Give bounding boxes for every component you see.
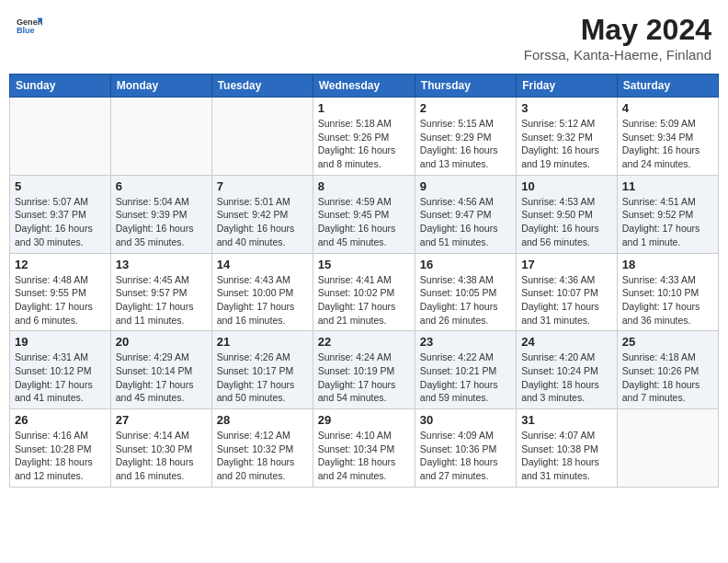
calendar-table: SundayMondayTuesdayWednesdayThursdayFrid… bbox=[9, 74, 719, 488]
day-number: 6 bbox=[116, 179, 207, 193]
day-number: 16 bbox=[420, 258, 511, 271]
day-number: 19 bbox=[15, 335, 106, 349]
day-number: 25 bbox=[622, 335, 713, 349]
day-number: 3 bbox=[521, 101, 612, 115]
day-info: Sunrise: 4:33 AMSunset: 10:10 PMDaylight… bbox=[622, 273, 713, 327]
day-info: Sunrise: 5:07 AMSunset: 9:37 PMDaylight:… bbox=[15, 195, 106, 249]
svg-text:Blue: Blue bbox=[17, 26, 35, 35]
calendar-cell: 26Sunrise: 4:16 AMSunset: 10:28 PMDaylig… bbox=[10, 409, 111, 488]
calendar-cell: 4Sunrise: 5:09 AMSunset: 9:34 PMDaylight… bbox=[617, 98, 718, 176]
calendar-cell: 22Sunrise: 4:24 AMSunset: 10:19 PMDaylig… bbox=[313, 331, 415, 409]
calendar-cell: 15Sunrise: 4:41 AMSunset: 10:02 PMDaylig… bbox=[313, 253, 415, 331]
calendar-cell: 20Sunrise: 4:29 AMSunset: 10:14 PMDaylig… bbox=[110, 331, 211, 409]
calendar-cell: 24Sunrise: 4:20 AMSunset: 10:24 PMDaylig… bbox=[517, 331, 618, 409]
calendar-cell: 17Sunrise: 4:36 AMSunset: 10:07 PMDaylig… bbox=[517, 253, 618, 331]
col-header-wednesday: Wednesday bbox=[313, 75, 415, 98]
title-block: May 2024 Forssa, Kanta-Haeme, Finland bbox=[524, 13, 711, 63]
day-info: Sunrise: 4:38 AMSunset: 10:05 PMDaylight… bbox=[420, 273, 511, 327]
day-number: 9 bbox=[420, 179, 511, 193]
calendar-cell: 27Sunrise: 4:14 AMSunset: 10:30 PMDaylig… bbox=[110, 409, 211, 488]
day-info: Sunrise: 4:09 AMSunset: 10:36 PMDaylight… bbox=[420, 429, 511, 483]
day-info: Sunrise: 5:18 AMSunset: 9:26 PMDaylight:… bbox=[318, 117, 410, 171]
calendar-cell: 6Sunrise: 5:04 AMSunset: 9:39 PMDaylight… bbox=[110, 175, 211, 253]
calendar-cell: 14Sunrise: 4:43 AMSunset: 10:00 PMDaylig… bbox=[211, 253, 313, 331]
day-info: Sunrise: 5:04 AMSunset: 9:39 PMDaylight:… bbox=[116, 195, 207, 249]
day-info: Sunrise: 4:48 AMSunset: 9:55 PMDaylight:… bbox=[15, 273, 106, 327]
col-header-thursday: Thursday bbox=[415, 75, 516, 98]
day-info: Sunrise: 5:15 AMSunset: 9:29 PMDaylight:… bbox=[420, 117, 511, 171]
main-title: May 2024 bbox=[524, 13, 711, 47]
calendar-cell: 12Sunrise: 4:48 AMSunset: 9:55 PMDayligh… bbox=[10, 253, 111, 331]
day-info: Sunrise: 4:14 AMSunset: 10:30 PMDaylight… bbox=[116, 429, 207, 483]
col-header-tuesday: Tuesday bbox=[211, 75, 313, 98]
logo-icon: General Blue bbox=[17, 13, 42, 39]
calendar-cell bbox=[110, 98, 211, 176]
calendar-cell: 3Sunrise: 5:12 AMSunset: 9:32 PMDaylight… bbox=[517, 98, 618, 176]
calendar-cell: 23Sunrise: 4:22 AMSunset: 10:21 PMDaylig… bbox=[415, 331, 516, 409]
day-number: 23 bbox=[420, 335, 511, 349]
day-info: Sunrise: 5:09 AMSunset: 9:34 PMDaylight:… bbox=[622, 117, 713, 171]
calendar-cell: 25Sunrise: 4:18 AMSunset: 10:26 PMDaylig… bbox=[617, 331, 718, 409]
day-info: Sunrise: 4:16 AMSunset: 10:28 PMDaylight… bbox=[15, 429, 106, 483]
col-header-friday: Friday bbox=[517, 75, 618, 98]
day-number: 13 bbox=[116, 258, 207, 271]
day-info: Sunrise: 4:45 AMSunset: 9:57 PMDaylight:… bbox=[116, 273, 207, 327]
day-number: 27 bbox=[116, 413, 207, 427]
day-info: Sunrise: 4:20 AMSunset: 10:24 PMDaylight… bbox=[521, 350, 612, 405]
day-number: 18 bbox=[622, 258, 713, 271]
day-number: 26 bbox=[15, 413, 106, 427]
day-info: Sunrise: 4:12 AMSunset: 10:32 PMDaylight… bbox=[217, 429, 308, 483]
calendar-cell: 28Sunrise: 4:12 AMSunset: 10:32 PMDaylig… bbox=[211, 409, 313, 488]
day-number: 28 bbox=[217, 413, 308, 427]
day-info: Sunrise: 5:01 AMSunset: 9:42 PMDaylight:… bbox=[217, 195, 308, 249]
calendar-cell: 2Sunrise: 5:15 AMSunset: 9:29 PMDaylight… bbox=[415, 98, 516, 176]
day-number: 20 bbox=[116, 335, 207, 349]
day-number: 30 bbox=[420, 413, 511, 427]
calendar-cell: 5Sunrise: 5:07 AMSunset: 9:37 PMDaylight… bbox=[10, 175, 111, 253]
calendar-cell: 13Sunrise: 4:45 AMSunset: 9:57 PMDayligh… bbox=[110, 253, 211, 331]
day-number: 5 bbox=[15, 179, 106, 193]
day-number: 29 bbox=[318, 413, 410, 427]
logo: General Blue bbox=[17, 13, 42, 39]
calendar-cell: 16Sunrise: 4:38 AMSunset: 10:05 PMDaylig… bbox=[415, 253, 516, 331]
day-number: 8 bbox=[318, 179, 410, 193]
calendar-cell: 18Sunrise: 4:33 AMSunset: 10:10 PMDaylig… bbox=[617, 253, 718, 331]
day-number: 17 bbox=[521, 258, 612, 271]
day-info: Sunrise: 4:29 AMSunset: 10:14 PMDaylight… bbox=[116, 350, 207, 405]
day-info: Sunrise: 4:51 AMSunset: 9:52 PMDaylight:… bbox=[622, 195, 713, 249]
day-number: 12 bbox=[15, 258, 106, 271]
calendar-cell: 19Sunrise: 4:31 AMSunset: 10:12 PMDaylig… bbox=[10, 331, 111, 409]
day-number: 14 bbox=[217, 258, 308, 271]
day-info: Sunrise: 4:18 AMSunset: 10:26 PMDaylight… bbox=[622, 350, 713, 405]
day-info: Sunrise: 4:10 AMSunset: 10:34 PMDaylight… bbox=[318, 429, 410, 483]
day-number: 15 bbox=[318, 258, 410, 271]
calendar-cell: 29Sunrise: 4:10 AMSunset: 10:34 PMDaylig… bbox=[313, 409, 415, 488]
col-header-monday: Monday bbox=[110, 75, 211, 98]
day-info: Sunrise: 4:43 AMSunset: 10:00 PMDaylight… bbox=[217, 273, 308, 327]
page-header: General Blue May 2024 Forssa, Kanta-Haem… bbox=[9, 9, 719, 66]
day-info: Sunrise: 4:36 AMSunset: 10:07 PMDaylight… bbox=[521, 273, 612, 327]
day-info: Sunrise: 4:31 AMSunset: 10:12 PMDaylight… bbox=[15, 350, 106, 405]
day-number: 21 bbox=[217, 335, 308, 349]
day-number: 31 bbox=[521, 413, 612, 427]
calendar-cell: 7Sunrise: 5:01 AMSunset: 9:42 PMDaylight… bbox=[211, 175, 313, 253]
calendar-cell: 30Sunrise: 4:09 AMSunset: 10:36 PMDaylig… bbox=[415, 409, 516, 488]
day-number: 7 bbox=[217, 179, 308, 193]
calendar-cell: 21Sunrise: 4:26 AMSunset: 10:17 PMDaylig… bbox=[211, 331, 313, 409]
day-info: Sunrise: 4:22 AMSunset: 10:21 PMDaylight… bbox=[420, 350, 511, 405]
day-info: Sunrise: 4:59 AMSunset: 9:45 PMDaylight:… bbox=[318, 195, 410, 249]
calendar-cell: 9Sunrise: 4:56 AMSunset: 9:47 PMDaylight… bbox=[415, 175, 516, 253]
calendar-cell bbox=[617, 409, 718, 488]
day-info: Sunrise: 4:41 AMSunset: 10:02 PMDaylight… bbox=[318, 273, 410, 327]
day-number: 22 bbox=[318, 335, 410, 349]
calendar-cell: 8Sunrise: 4:59 AMSunset: 9:45 PMDaylight… bbox=[313, 175, 415, 253]
day-info: Sunrise: 5:12 AMSunset: 9:32 PMDaylight:… bbox=[521, 117, 612, 171]
day-number: 1 bbox=[318, 101, 410, 115]
day-number: 11 bbox=[622, 179, 713, 193]
day-info: Sunrise: 4:56 AMSunset: 9:47 PMDaylight:… bbox=[420, 195, 511, 249]
day-number: 4 bbox=[622, 101, 713, 115]
day-number: 2 bbox=[420, 101, 511, 115]
calendar-cell bbox=[211, 98, 313, 176]
day-info: Sunrise: 4:53 AMSunset: 9:50 PMDaylight:… bbox=[521, 195, 612, 249]
subtitle: Forssa, Kanta-Haeme, Finland bbox=[524, 47, 711, 63]
